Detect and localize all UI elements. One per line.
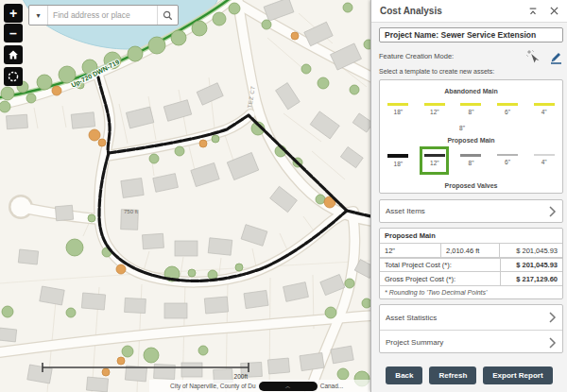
zoom-out-button[interactable]: – xyxy=(4,24,23,43)
project-name-label: Project Name: Sewer Service Extension xyxy=(385,30,536,40)
distance-label: 750 ft xyxy=(124,209,138,214)
template-row-proposed: 18" 12" 8" 6" 4" xyxy=(380,154,562,167)
app-window: Up-720 DWN-719 TEZ CT 750 ft 200ft + – ▾ xyxy=(0,0,567,392)
cost-summary-table: Proposed Main 12" 2,010.46 ft $ 201,045.… xyxy=(379,228,563,299)
asset-statistics-label: Asset Statistics xyxy=(386,314,548,322)
collapse-panel-button[interactable] xyxy=(525,4,541,19)
asset-items-label: Asset Items xyxy=(386,207,548,215)
feature-creation-mode-row: Feature Creation Mode: xyxy=(379,47,563,65)
template-item[interactable]: 4" xyxy=(525,154,562,167)
template-row-abandoned: 18" 12" 8" 6" 4" xyxy=(380,103,562,115)
smart-trace-mode-button[interactable] xyxy=(524,48,541,64)
action-buttons: Back Refresh Export Report xyxy=(371,366,567,384)
template-group-title-proposed: Proposed Main xyxy=(380,137,562,144)
template-picker: Abandoned Main 18" 12" 8" 6" 4" xyxy=(379,79,563,194)
chevron-right-icon xyxy=(548,205,557,218)
feature-creation-mode-label: Feature Creation Mode: xyxy=(379,52,524,60)
search-button[interactable] xyxy=(157,6,178,25)
asset-length: 2,010.46 ft xyxy=(440,244,499,257)
accordion-group: Asset Statistics Project Summary xyxy=(379,304,563,353)
gross-cost-value: $ 217,129.60 xyxy=(500,272,562,285)
close-icon xyxy=(550,7,558,15)
home-button[interactable] xyxy=(4,45,23,64)
template-prompt: Select a template to create new assets: xyxy=(379,68,494,75)
panel-title: Cost Analysis xyxy=(371,6,525,16)
search-icon xyxy=(163,10,173,21)
export-report-button[interactable]: Export Report xyxy=(483,366,552,384)
search-input[interactable] xyxy=(48,6,157,25)
gross-cost-label: Gross Project Cost (*): xyxy=(380,275,500,283)
asset-size: 12" xyxy=(380,247,440,255)
panel-header: Cost Analysis xyxy=(371,0,567,23)
template-item[interactable]: 18" xyxy=(380,103,417,115)
asset-statistics-accordion[interactable]: Asset Statistics xyxy=(380,305,562,330)
template-item[interactable]: 18" xyxy=(380,154,417,167)
cost-table-row: 12" 2,010.46 ft $ 201,045.93 xyxy=(380,243,562,257)
total-cost-value: $ 201,045.93 xyxy=(500,259,562,271)
template-item[interactable]: 6" xyxy=(490,154,526,167)
attribution-text-left: City of Naperville, County of Du xyxy=(170,383,256,389)
total-cost-label: Total Project Cost (*): xyxy=(380,261,500,269)
gross-cost-row: Gross Project Cost (*): $ 217,129.60 xyxy=(380,271,562,285)
locate-button[interactable] xyxy=(4,67,23,86)
project-summary-accordion[interactable]: Project Summary xyxy=(380,330,562,354)
search-bar: ▾ xyxy=(28,5,179,26)
template-item[interactable]: 8" xyxy=(448,125,476,131)
dock-handle[interactable]: ︿ xyxy=(259,382,318,391)
template-item[interactable]: 4" xyxy=(525,103,562,115)
zoom-in-button[interactable]: + xyxy=(4,4,23,23)
asset-cost: $ 201,045.93 xyxy=(499,244,562,257)
template-group-title-valves: Proposed Valves xyxy=(380,182,562,189)
project-name-box: Project Name: Sewer Service Extension xyxy=(379,27,563,43)
template-group-title-abandoned: Abandoned Main xyxy=(380,88,562,94)
template-item[interactable]: 8" xyxy=(453,103,490,115)
cost-table-section-header: Proposed Main xyxy=(380,229,562,243)
attribution-text-right: Canad... xyxy=(320,383,344,389)
template-item[interactable]: 12" xyxy=(417,103,454,115)
home-icon xyxy=(8,49,19,60)
scale-label: 200ft xyxy=(234,373,249,380)
draw-mode-button[interactable] xyxy=(547,48,563,64)
map-canvas[interactable]: Up-720 DWN-719 TEZ CT 750 ft 200ft xyxy=(0,0,370,392)
collapse-icon xyxy=(528,7,538,16)
total-cost-row: Total Project Cost (*): $ 201,045.93 xyxy=(380,257,562,271)
chevron-right-icon xyxy=(548,336,557,349)
close-panel-button[interactable] xyxy=(546,4,561,19)
rounding-footnote: * Rounding to 'Two Decimal Points' xyxy=(380,285,562,298)
chevron-right-icon xyxy=(548,311,557,324)
pencil-icon xyxy=(548,49,563,64)
refresh-button[interactable]: Refresh xyxy=(429,366,476,384)
back-button[interactable]: Back xyxy=(386,366,422,384)
cost-analysis-panel: Cost Analysis Project Name: Sewer Servic… xyxy=(370,0,567,392)
asset-items-accordion[interactable]: Asset Items xyxy=(379,199,563,223)
magic-wand-pointer-icon xyxy=(525,49,541,64)
search-source-dropdown[interactable]: ▾ xyxy=(29,6,48,25)
template-item[interactable]: 6" xyxy=(490,103,526,115)
locate-icon xyxy=(7,70,20,83)
template-item-selected[interactable]: 12" xyxy=(417,154,454,167)
template-item[interactable]: 8" xyxy=(453,154,490,167)
project-summary-label: Project Summary xyxy=(386,338,548,347)
